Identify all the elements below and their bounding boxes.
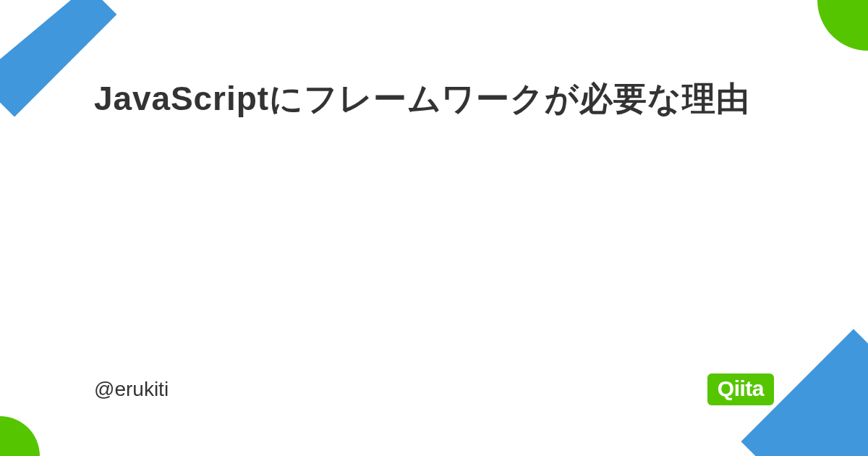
card-content: JavaScriptにフレームワークが必要な理由 @erukiti Qiita	[0, 0, 868, 456]
article-title: JavaScriptにフレームワークが必要な理由	[94, 72, 774, 126]
card-footer: @erukiti Qiita	[94, 373, 774, 413]
qiita-logo: Qiita	[707, 373, 774, 405]
qiita-logo-text: Qiita	[718, 376, 764, 401]
author-handle: @erukiti	[94, 378, 169, 401]
